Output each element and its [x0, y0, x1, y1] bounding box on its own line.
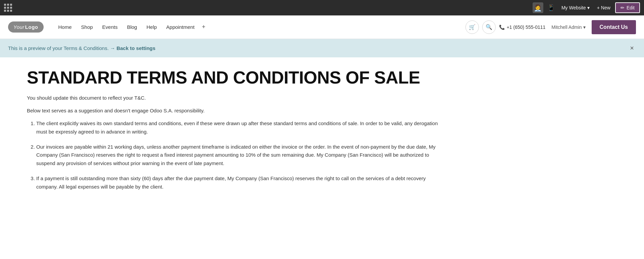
nav-links: Home Shop Events Blog Help Appointment + [54, 21, 465, 33]
admin-dropdown-icon: ▾ [583, 24, 586, 30]
phone-number: +1 (650) 555-0111 [507, 24, 546, 30]
nav-right-section: 🛒 🔍 📞 +1 (650) 555-0111 Mitchell Admin ▾… [465, 20, 636, 34]
terms-list: The client explicitly waives its own sta… [36, 119, 443, 191]
new-button[interactable]: + New [594, 4, 613, 12]
admin-bar: 🧑‍💼 📱 My Website ▾ + New ✏ Edit [0, 0, 644, 15]
nav-events[interactable]: Events [98, 21, 122, 33]
edit-button[interactable]: ✏ Edit [615, 2, 640, 13]
intro-text-1: You should update this document to refle… [27, 94, 443, 102]
preview-banner-text: This is a preview of your Terms & Condit… [8, 45, 155, 51]
nav-appointment[interactable]: Appointment [161, 21, 199, 33]
search-icon: 🔍 [486, 24, 492, 30]
admin-user-label: Mitchell Admin [551, 24, 582, 30]
admin-bar-right: 🧑‍💼 📱 My Website ▾ + New ✏ Edit [533, 2, 640, 13]
main-content: STANDARD TERMS AND CONDITIONS OF SALE Yo… [0, 57, 470, 218]
apps-menu-icon[interactable] [4, 4, 12, 12]
logo-text-your: Your [13, 24, 24, 30]
navbar: Your Logo Home Shop Events Blog Help App… [0, 15, 644, 39]
phone-section: 📞 +1 (650) 555-0111 [499, 24, 546, 30]
nav-shop[interactable]: Shop [77, 21, 98, 33]
back-to-settings-link[interactable]: Back to settings [116, 45, 155, 51]
nav-help[interactable]: Help [142, 21, 161, 33]
intro-text-2: Below text serves as a suggestion and do… [27, 107, 443, 115]
nav-home[interactable]: Home [54, 21, 77, 33]
my-website-button[interactable]: My Website ▾ [559, 4, 592, 12]
logo-wrapper[interactable]: Your Logo [8, 21, 44, 33]
contact-us-button[interactable]: Contact Us [592, 20, 636, 34]
avatar: 🧑‍💼 [533, 2, 543, 13]
page-title: STANDARD TERMS AND CONDITIONS OF SALE [27, 68, 443, 87]
logo-text-logo: Logo [25, 24, 38, 30]
preview-banner: This is a preview of your Terms & Condit… [0, 39, 644, 57]
admin-bar-left [4, 4, 12, 12]
list-item: If a payment is still outstanding more t… [36, 174, 443, 191]
device-toggle-icon[interactable]: 📱 [545, 3, 557, 13]
cart-icon: 🛒 [469, 24, 476, 30]
list-item: The client explicitly waives its own sta… [36, 119, 443, 136]
site-logo[interactable]: Your Logo [8, 21, 44, 33]
preview-close-button[interactable]: × [628, 44, 636, 53]
phone-icon: 📞 [499, 24, 505, 30]
search-button[interactable]: 🔍 [482, 20, 496, 34]
nav-blog[interactable]: Blog [122, 21, 142, 33]
admin-user-button[interactable]: Mitchell Admin ▾ [549, 23, 588, 31]
pencil-icon: ✏ [621, 5, 625, 10]
nav-add-page-button[interactable]: + [199, 22, 208, 32]
cart-button[interactable]: 🛒 [465, 20, 479, 34]
list-item: Our invoices are payable within 21 worki… [36, 143, 443, 168]
